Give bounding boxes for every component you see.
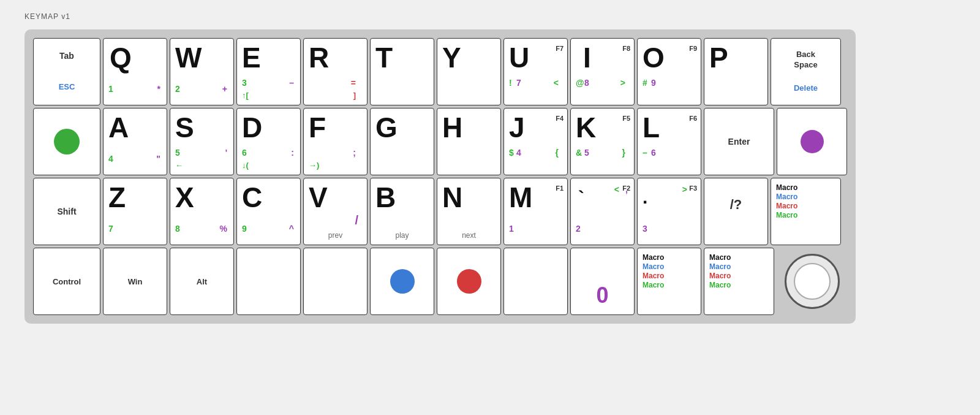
key-y[interactable]: Y	[437, 38, 501, 105]
period-f: F3	[689, 185, 697, 192]
i-letter: I	[583, 41, 591, 74]
s-letter: S	[175, 111, 194, 144]
key-l[interactable]: L – 6 F6	[637, 108, 701, 175]
macro-r4a-1: Macro	[643, 253, 664, 262]
g-letter: G	[375, 111, 398, 144]
r-bracket: ]	[353, 91, 356, 100]
key-space1[interactable]	[236, 248, 301, 315]
key-x[interactable]: X 8 %	[170, 178, 234, 245]
key-blue-dot[interactable]	[370, 248, 434, 315]
keyboard-row-4: Control Win Alt 0 Macro	[33, 248, 847, 315]
o-f: F9	[689, 45, 697, 52]
slash-sym: /?	[704, 197, 767, 213]
control-label: Control	[53, 277, 81, 286]
u-sym1: !	[509, 78, 512, 88]
key-backspace[interactable]: BackSpace Delete	[771, 38, 841, 105]
key-u[interactable]: U ! 7 < F7	[503, 38, 568, 105]
key-p[interactable]: P	[704, 38, 768, 105]
key-tab[interactable]: Tab ESC	[33, 38, 100, 105]
d-arrow: ↓(	[242, 161, 249, 170]
macro-r3-1: Macro	[776, 183, 797, 192]
l-f: F6	[689, 115, 697, 122]
macro-block-row3: Macro Macro Macro Macro	[776, 183, 797, 219]
key-o[interactable]: O # 9 F9	[637, 38, 701, 105]
win-label: Win	[128, 277, 143, 286]
key-comma[interactable]: ` , < 2 F2	[570, 178, 635, 245]
key-t[interactable]: T	[370, 38, 434, 105]
f-letter: F	[309, 111, 326, 144]
a-letter: A	[108, 111, 129, 144]
e-letter: E	[242, 41, 261, 74]
macro-r3-3: Macro	[776, 202, 797, 210]
n-letter: N	[442, 181, 462, 214]
key-g[interactable]: G	[370, 108, 434, 175]
comma-lt: <	[614, 185, 619, 194]
k-f: F5	[622, 115, 630, 122]
key-h[interactable]: H	[437, 108, 501, 175]
key-w[interactable]: W 2 +	[170, 38, 234, 105]
key-s[interactable]: S 5 ' ←	[170, 108, 234, 175]
key-purple-dot[interactable]	[777, 108, 847, 175]
key-j[interactable]: J $ 4 { F4	[503, 108, 568, 175]
knob[interactable]	[785, 254, 840, 309]
key-shift[interactable]: Shift	[33, 178, 100, 245]
j-sym1: $	[509, 148, 514, 158]
red-dot	[457, 269, 481, 294]
i-num: 8	[584, 78, 589, 88]
key-z[interactable]: Z 7	[103, 178, 167, 245]
key-e[interactable]: E 3 – ↑[	[236, 38, 301, 105]
key-win[interactable]: Win	[103, 248, 167, 315]
key-slash[interactable]: /?	[704, 178, 768, 245]
keyboard-row-1: Tab ESC Q 1 * W 2 + E 3 – ↑[ R = ]	[33, 38, 847, 105]
c-num: 9	[242, 224, 247, 234]
l-sym1: –	[643, 148, 647, 158]
e-arrow: ↑[	[242, 91, 249, 100]
key-zero[interactable]: 0	[570, 248, 635, 315]
key-i[interactable]: I @ 8 > F8	[570, 38, 635, 105]
keyboard-container: Tab ESC Q 1 * W 2 + E 3 – ↑[ R = ]	[24, 29, 856, 324]
key-macro-r4-2[interactable]: Macro Macro Macro Macro	[704, 248, 774, 315]
key-space2[interactable]	[303, 248, 368, 315]
key-v[interactable]: V / prev	[303, 178, 368, 245]
d-sym: :	[291, 148, 294, 158]
key-k[interactable]: K & 5 } F5	[570, 108, 635, 175]
key-red-dot[interactable]	[437, 248, 501, 315]
z-letter: Z	[108, 181, 126, 214]
x-letter: X	[175, 181, 194, 214]
f-arrow: →)	[309, 161, 319, 170]
key-r[interactable]: R = ]	[303, 38, 368, 105]
c-letter: C	[242, 181, 262, 214]
key-control[interactable]: Control	[33, 248, 100, 315]
m-f: F1	[556, 185, 564, 192]
comma-sym1: `	[578, 187, 584, 208]
k-sym1: &	[576, 148, 582, 158]
key-period[interactable]: . > 3 F3	[637, 178, 701, 245]
key-space3[interactable]	[503, 248, 568, 315]
macro-r4b-1: Macro	[709, 253, 731, 262]
macro-r4a-3: Macro	[643, 272, 664, 280]
key-d[interactable]: D 6 : ↓(	[236, 108, 301, 175]
key-b[interactable]: B play	[370, 178, 434, 245]
purple-dot	[801, 130, 824, 153]
key-c[interactable]: C 9 ^	[236, 178, 301, 245]
keyboard-row-3: Shift Z 7 X 8 % C 9 ^ V / prev B play	[33, 178, 847, 245]
key-enter[interactable]: Enter	[704, 108, 774, 175]
key-q[interactable]: Q 1 *	[103, 38, 167, 105]
key-macro-r4-1[interactable]: Macro Macro Macro Macro	[637, 248, 701, 315]
key-a[interactable]: A 4 "	[103, 108, 167, 175]
v-letter: V	[309, 181, 328, 214]
key-n[interactable]: N next	[437, 178, 501, 245]
macro-r4b-2: Macro	[709, 262, 731, 271]
key-m[interactable]: M 1 F1	[503, 178, 568, 245]
u-f: F7	[556, 45, 564, 52]
key-f[interactable]: F ; →)	[303, 108, 368, 175]
b-letter: B	[375, 181, 396, 214]
o-letter: O	[643, 41, 665, 74]
key-macro-row3[interactable]: Macro Macro Macro Macro	[771, 178, 841, 245]
key-alt[interactable]: Alt	[170, 248, 234, 315]
v-sym: /	[355, 213, 358, 227]
key-green-dot[interactable]	[33, 108, 100, 175]
knob-cell[interactable]	[777, 248, 847, 315]
o-sym1: #	[643, 78, 647, 88]
macro-r4b-4: Macro	[709, 281, 731, 289]
